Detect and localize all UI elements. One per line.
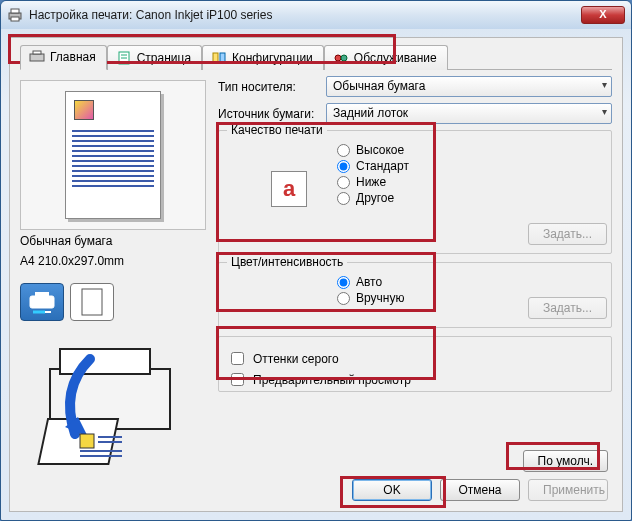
tab-bar: Главная Страница Конфигурации Обслуживан…	[20, 44, 612, 70]
view-mode-thumbs	[20, 283, 210, 321]
color-auto-label: Авто	[356, 275, 382, 289]
color-manual-radio[interactable]	[337, 292, 350, 305]
page-icon	[81, 288, 103, 316]
tab-page[interactable]: Страница	[107, 45, 202, 70]
apply-button: Применить	[528, 479, 608, 501]
sample-image-icon	[74, 100, 94, 120]
quality-standard-radio[interactable]	[337, 160, 350, 173]
media-type-select[interactable]: Обычная бумага	[326, 76, 612, 97]
printer-icon	[27, 290, 57, 314]
quality-standard-label: Стандарт	[356, 159, 409, 173]
svg-point-10	[335, 55, 341, 61]
svg-rect-2	[11, 17, 19, 21]
window-title: Настройка печати: Canon Inkjet iP100 ser…	[29, 8, 581, 22]
color-auto-radio[interactable]	[337, 276, 350, 289]
view-mode-printer[interactable]	[20, 283, 64, 321]
defaults-button[interactable]: По умолч.	[523, 450, 608, 472]
page-preview	[20, 80, 206, 230]
options-group: Оттенки серого Предварительный просмотр	[218, 336, 612, 392]
quality-sample-icon: a	[271, 171, 307, 207]
color-manual-label: Вручную	[356, 291, 404, 305]
quality-group: Качество печати a Высокое Стандарт Ниже …	[218, 130, 612, 254]
svg-rect-3	[30, 54, 44, 61]
tab-service[interactable]: Обслуживание	[324, 45, 448, 70]
svg-rect-12	[30, 296, 54, 308]
preview-media-label: Обычная бумага	[20, 234, 210, 250]
preview-checkbox[interactable]	[231, 373, 244, 386]
quality-low-label: Ниже	[356, 175, 386, 189]
grayscale-checkbox[interactable]	[231, 352, 244, 365]
tab-main[interactable]: Главная	[20, 45, 107, 70]
preview-label: Предварительный просмотр	[253, 373, 411, 387]
service-icon	[333, 51, 349, 65]
dialog-window: Настройка печати: Canon Inkjet iP100 ser…	[0, 0, 632, 521]
color-group: Цвет/интенсивность Авто Вручную Задать..…	[218, 262, 612, 328]
printer-icon	[7, 7, 23, 23]
close-button[interactable]: X	[581, 6, 625, 24]
quality-high-radio[interactable]	[337, 144, 350, 157]
config-icon	[211, 51, 227, 65]
svg-rect-16	[60, 349, 150, 374]
color-set-button: Задать...	[528, 297, 607, 319]
grayscale-label: Оттенки серого	[253, 352, 339, 366]
quality-other-radio[interactable]	[337, 192, 350, 205]
view-mode-page[interactable]	[70, 283, 114, 321]
tab-config[interactable]: Конфигурации	[202, 45, 324, 70]
paper-source-select[interactable]: Задний лоток	[326, 103, 612, 124]
svg-rect-14	[82, 289, 102, 315]
page-preview-sheet	[65, 91, 161, 219]
quality-other-label: Другое	[356, 191, 394, 205]
titlebar: Настройка печати: Canon Inkjet iP100 ser…	[1, 1, 631, 29]
quality-low-radio[interactable]	[337, 176, 350, 189]
client-area: Главная Страница Конфигурации Обслуживан…	[9, 37, 623, 512]
quality-group-title: Качество печати	[227, 123, 327, 137]
settings-column: Тип носителя: Обычная бумага Источник бу…	[218, 76, 612, 476]
preview-column: Обычная бумага A4 210.0x297.0mm	[20, 76, 210, 476]
svg-rect-1	[11, 9, 19, 13]
preview-size-label: A4 210.0x297.0mm	[20, 254, 210, 270]
tab-label: Страница	[137, 51, 191, 65]
printer-icon	[29, 50, 45, 64]
svg-rect-8	[213, 53, 218, 63]
dialog-buttons: OK Отмена Применить	[352, 479, 608, 501]
cancel-button[interactable]: Отмена	[440, 479, 520, 501]
svg-rect-13	[35, 292, 49, 296]
tab-label: Конфигурации	[232, 51, 313, 65]
paper-source-row: Источник бумаги: Задний лоток	[218, 103, 612, 124]
svg-point-11	[341, 55, 347, 61]
media-type-row: Тип носителя: Обычная бумага	[218, 76, 612, 97]
page-icon	[116, 51, 132, 65]
paper-source-label: Источник бумаги:	[218, 107, 326, 121]
printer-illustration	[20, 339, 200, 469]
tab-panel-main: Обычная бумага A4 210.0x297.0mm	[20, 76, 612, 476]
ok-button[interactable]: OK	[352, 479, 432, 501]
tab-label: Главная	[50, 50, 96, 64]
media-type-label: Тип носителя:	[218, 80, 326, 94]
svg-rect-4	[33, 51, 41, 54]
color-group-title: Цвет/интенсивность	[227, 255, 347, 269]
quality-high-label: Высокое	[356, 143, 404, 157]
quality-set-button: Задать...	[528, 223, 607, 245]
svg-rect-9	[220, 53, 225, 63]
svg-rect-19	[80, 434, 94, 448]
tab-label: Обслуживание	[354, 51, 437, 65]
